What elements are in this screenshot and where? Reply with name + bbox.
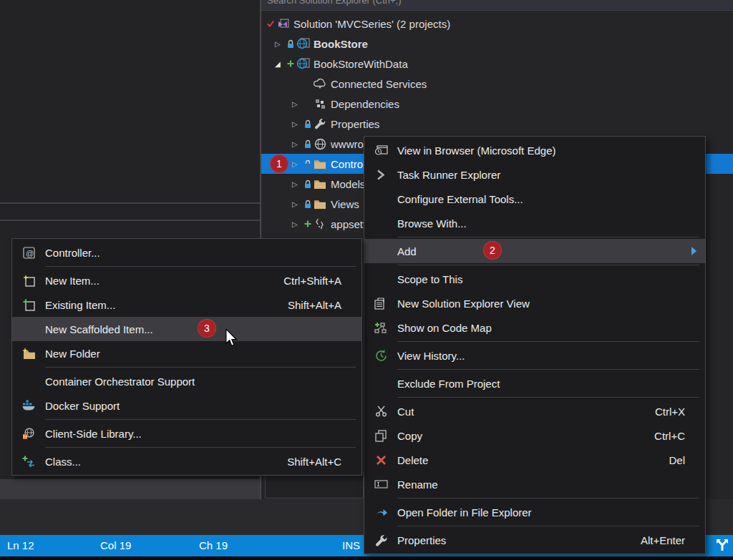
expander-expanded-icon[interactable]: ◢	[275, 60, 287, 68]
menu-item-controller[interactable]: @ Controller...	[12, 240, 361, 265]
class-icon	[12, 456, 45, 467]
menu-item-existing-item[interactable]: Existing Item... Shift+Alt+A	[12, 293, 361, 317]
menu-separator	[397, 369, 699, 370]
menu-item-open-folder-in-file-explorer[interactable]: Open Folder in File Explorer	[364, 500, 705, 524]
menu-item-new-scaffolded-item[interactable]: New Scaffolded Item...	[12, 317, 361, 341]
tree-row-properties[interactable]: ▷ Properties	[261, 114, 733, 134]
menu-item-properties[interactable]: Properties Alt+Enter	[364, 528, 705, 552]
pending-check-icon	[267, 20, 276, 28]
shortcut-label: Del	[669, 454, 705, 466]
shortcut-label: Shift+Alt+C	[287, 456, 361, 468]
menu-item-new-item[interactable]: New Item... Ctrl+Shift+A	[12, 268, 361, 293]
shortcut-label: Ctrl+Shift+A	[283, 275, 361, 287]
new-item-icon	[12, 275, 45, 287]
web-project-icon	[296, 58, 310, 69]
delete-x-icon	[364, 455, 397, 466]
menu-item-copy[interactable]: Copy Ctrl+C	[364, 423, 705, 448]
tree-row-dependencies[interactable]: ▷ Dependencies	[261, 94, 733, 114]
menu-item-class[interactable]: Class... Shift+Alt+C	[12, 449, 361, 473]
properties-wrench-icon	[313, 118, 327, 129]
expander-collapsed-icon[interactable]: ▷	[292, 140, 304, 148]
menu-item-exclude-from-project[interactable]: Exclude From Project	[364, 371, 705, 396]
menu-item-client-side-library[interactable]: Client-Side Library...	[12, 421, 361, 446]
window-bottom-edge	[0, 556, 733, 560]
expander-collapsed-icon[interactable]: ▷	[292, 160, 304, 168]
expander-collapsed-icon[interactable]: ▷	[292, 120, 304, 128]
menu-item-container-orchestrator-support[interactable]: Container Orchestrator Support	[12, 369, 361, 393]
tree-row-connected-services[interactable]: Connected Services	[261, 74, 733, 94]
menu-item-new-solution-explorer-view[interactable]: New Solution Explorer View	[364, 291, 705, 315]
existing-item-icon	[12, 299, 45, 311]
tree-label: BookStore	[314, 38, 368, 50]
new-plus-icon	[287, 60, 296, 67]
menu-item-show-on-code-map[interactable]: Show on Code Map	[364, 315, 705, 340]
web-project-icon	[296, 38, 310, 49]
menu-item-view-history[interactable]: View History...	[364, 343, 705, 368]
menu-separator	[397, 341, 699, 342]
menu-item-add[interactable]: Add	[364, 239, 705, 263]
menu-item-scope-to-this[interactable]: Scope to This	[364, 267, 705, 291]
source-control-branch-icon[interactable]	[714, 537, 730, 555]
menu-item-cut[interactable]: Cut Ctrl+X	[364, 399, 705, 423]
menu-item-task-runner-explorer[interactable]: Task Runner Explorer	[364, 162, 705, 187]
dependencies-icon	[313, 99, 327, 109]
client-side-library-icon	[12, 428, 45, 440]
expander-collapsed-icon[interactable]: ▷	[275, 40, 287, 48]
menu-item-docker-support[interactable]: Docker Support	[12, 393, 361, 418]
rename-icon	[364, 479, 397, 489]
wrench-icon	[364, 534, 397, 546]
svg-text:@: @	[26, 248, 34, 257]
folder-icon	[313, 179, 327, 190]
menu-item-configure-external-tools[interactable]: Configure External Tools...	[364, 187, 705, 211]
menu-separator	[397, 265, 699, 265]
lock-icon	[287, 39, 296, 49]
tree-label: BookStoreWithData	[314, 58, 408, 70]
step-badge-3: 3	[198, 319, 216, 338]
status-line[interactable]: Ln 12	[7, 539, 34, 551]
expander-collapsed-icon[interactable]: ▷	[292, 200, 304, 208]
menu-separator	[45, 447, 356, 448]
tree-row-bookstorewithdata[interactable]: ◢ BookStoreWithData	[261, 54, 733, 74]
shortcut-label: Shift+Alt+A	[288, 299, 361, 311]
menu-item-delete[interactable]: Delete Del	[364, 448, 705, 472]
menu-separator	[45, 367, 356, 368]
new-folder-icon	[12, 348, 45, 360]
tree-label: Views	[331, 198, 359, 210]
menu-item-rename[interactable]: Rename	[364, 472, 705, 496]
visual-studio-solution-icon	[276, 19, 290, 29]
controller-icon: @	[12, 247, 45, 259]
menu-item-new-folder[interactable]: New Folder	[12, 341, 361, 365]
tree-label: Dependencies	[331, 98, 399, 110]
status-column[interactable]: Col 19	[100, 539, 131, 551]
folder-icon	[313, 199, 327, 210]
lock-icon	[304, 159, 313, 169]
tree-label: Solution 'MVCSeries' (2 projects)	[293, 18, 450, 30]
menu-separator	[397, 526, 699, 526]
visual-studio-window: Search Solution Explorer (Ctrl+;) Soluti…	[0, 0, 733, 560]
menu-item-view-in-browser[interactable]: View in Browser (Microsoft Edge)	[364, 138, 705, 162]
menu-separator	[397, 498, 699, 498]
add-submenu: @ Controller... New Item... Ctrl+Shift+A	[11, 238, 362, 476]
solution-explorer-search-input[interactable]: Search Solution Explorer (Ctrl+;)	[261, 0, 733, 11]
expander-collapsed-icon[interactable]: ▷	[292, 100, 304, 108]
menu-item-browse-with[interactable]: Browse With...	[364, 211, 705, 235]
open-folder-arrow-icon	[364, 507, 397, 518]
status-insert-mode[interactable]: INS	[342, 539, 360, 551]
lock-icon	[304, 139, 313, 149]
new-plus-icon	[304, 220, 313, 227]
status-character[interactable]: Ch 19	[199, 539, 228, 551]
lock-icon	[304, 180, 313, 189]
expander-collapsed-icon[interactable]: ▷	[292, 220, 304, 228]
globe-icon	[313, 138, 327, 150]
docked-panel-edge	[265, 472, 364, 498]
tree-row-solution[interactable]: Solution 'MVCSeries' (2 projects)	[261, 14, 733, 34]
connected-services-cloud-icon	[313, 78, 327, 89]
menu-separator	[397, 237, 699, 237]
step-badge-1: 1	[270, 154, 288, 173]
lock-icon	[304, 200, 313, 209]
shortcut-label: Ctrl+X	[655, 406, 705, 418]
expander-collapsed-icon[interactable]: ▷	[292, 180, 304, 188]
new-solution-explorer-view-icon	[364, 298, 397, 310]
tree-label: Models	[331, 178, 365, 190]
tree-row-bookstore[interactable]: ▷ BookStore	[261, 34, 733, 54]
